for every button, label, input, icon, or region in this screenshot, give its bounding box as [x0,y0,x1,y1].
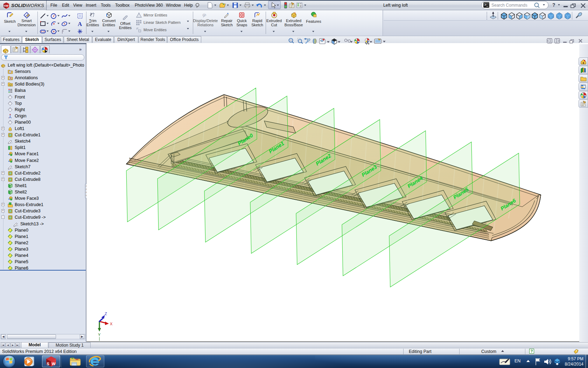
svg-text:W: W [52,362,56,366]
svg-text:Z: Z [105,312,107,316]
svg-text:X: X [110,322,113,326]
svg-text:+: + [227,12,229,15]
svg-text:A: A [9,77,11,80]
svg-text:A: A [78,21,82,27]
svg-text:SW: SW [4,4,8,7]
svg-text:S: S [47,362,49,366]
svg-text:Y: Y [98,333,101,337]
